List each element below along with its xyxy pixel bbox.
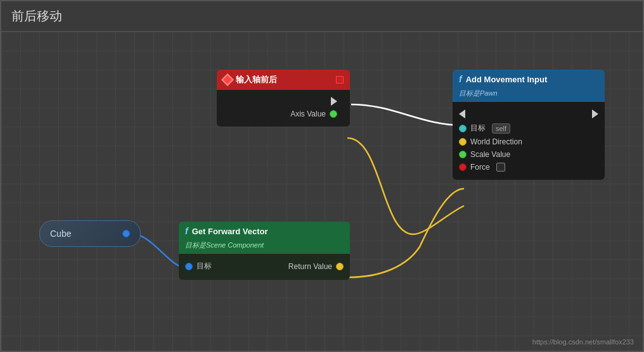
get-forward-return-label: Return Value: [288, 262, 332, 271]
input-axis-body: Axis Value: [217, 90, 350, 127]
force-label: Force: [470, 163, 490, 172]
node-get-forward[interactable]: f Get Forward Vector 目标是Scene Component …: [179, 222, 350, 280]
exec-in-icon: [459, 110, 465, 118]
exec-out-icon: [331, 97, 337, 106]
exec-output-pin: [223, 95, 344, 108]
target-pin-dot: [459, 125, 467, 132]
page-title: 前后移动: [11, 9, 62, 23]
world-direction-label: World Direction: [470, 137, 522, 146]
input-axis-title: 输入轴前后: [236, 74, 277, 85]
get-forward-target-row: 目标 Return Value: [179, 259, 350, 273]
axis-value-pin: Axis Value: [223, 108, 344, 120]
force-dot: [459, 163, 467, 171]
world-direction-dot: [459, 138, 467, 146]
target-label: 目标: [470, 123, 486, 134]
title-bar: 前后移动: [1, 1, 643, 32]
get-forward-target-dot: [185, 263, 193, 270]
cube-output-dot: [122, 230, 130, 237]
node-input-axis[interactable]: 输入轴前后 Axis Value: [217, 70, 350, 127]
get-forward-target-label: 目标: [196, 261, 212, 272]
axis-value-dot: [330, 110, 337, 118]
add-movement-title: Add Movement Input: [466, 75, 548, 84]
node-cube[interactable]: Cube: [39, 220, 141, 247]
force-pin: Force: [453, 161, 605, 173]
axis-diamond-icon: [221, 73, 234, 86]
add-movement-body: 目标 self World Direction Scale Value Forc…: [453, 102, 605, 180]
get-forward-header: f Get Forward Vector: [179, 222, 350, 241]
main-container: 前后移动 输入轴前后: [0, 0, 644, 352]
add-movement-header: f Add Movement Input: [453, 70, 605, 89]
cube-label: Cube: [50, 229, 71, 239]
watermark: https://blog.csdn.net/smallfox233: [532, 338, 634, 346]
blueprint-canvas[interactable]: 输入轴前后 Axis Value f Add Movement Inpu: [1, 32, 643, 351]
function-icon2: f: [185, 226, 188, 236]
add-movement-subtitle: 目标是Pawn: [453, 89, 605, 102]
exec-row: [453, 107, 605, 121]
scale-value-label: Scale Value: [470, 150, 510, 159]
function-icon: f: [459, 74, 462, 84]
get-forward-title: Get Forward Vector: [192, 227, 268, 236]
force-checkbox[interactable]: [496, 163, 505, 172]
target-pin-row: 目标 self: [453, 121, 605, 135]
axis-value-label: Axis Value: [290, 110, 326, 118]
get-forward-return-dot: [336, 263, 344, 270]
scale-value-pin: Scale Value: [453, 148, 605, 161]
input-axis-header: 输入轴前后: [217, 70, 350, 90]
world-direction-pin: World Direction: [453, 135, 605, 148]
get-forward-subtitle: 目标是Scene Component: [179, 241, 350, 254]
exec-out-icon2: [592, 110, 598, 118]
node-add-movement[interactable]: f Add Movement Input 目标是Pawn 目标 self: [453, 70, 605, 180]
self-badge: self: [492, 123, 510, 134]
close-icon: [336, 76, 344, 84]
get-forward-body: 目标 Return Value: [179, 254, 350, 280]
cube-inner: Cube: [39, 220, 141, 247]
scale-value-dot: [459, 151, 467, 158]
